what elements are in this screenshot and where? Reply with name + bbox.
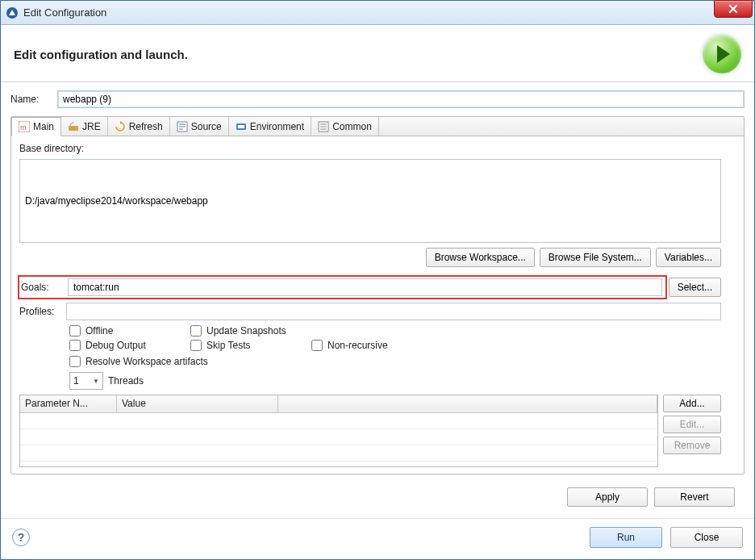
environment-icon: [236, 121, 247, 132]
base-directory-label: Base directory:: [19, 143, 721, 154]
threads-label: Threads: [108, 375, 144, 387]
profiles-label: Profiles:: [19, 306, 61, 317]
threads-spinner[interactable]: 1 ▼: [69, 372, 103, 390]
header-area: Edit configuration and launch.: [1, 25, 754, 82]
svg-rect-6: [238, 125, 244, 128]
tab-main[interactable]: m Main: [11, 117, 61, 136]
offline-checkbox[interactable]: Offline: [69, 325, 190, 336]
window-close-button[interactable]: [714, 0, 753, 18]
table-row[interactable]: [20, 429, 657, 445]
resolve-workspace-checkbox[interactable]: Resolve Workspace artifacts: [69, 356, 721, 367]
form-area: Name: m Main JRE Refresh: [1, 82, 754, 518]
title-bar: Edit Configuration: [1, 1, 754, 25]
goals-label: Goals:: [21, 282, 63, 293]
run-icon: [703, 35, 741, 73]
select-button[interactable]: Select...: [669, 278, 721, 297]
dialog-content: Edit configuration and launch. Name: m M…: [1, 25, 754, 559]
dialog-heading: Edit configuration and launch.: [14, 48, 188, 61]
parameter-buttons: Add... Edit... Remove: [663, 395, 721, 467]
tab-main-label: Main: [33, 121, 54, 132]
tab-refresh-label: Refresh: [129, 121, 163, 132]
threads-row: 1 ▼ Threads: [19, 372, 721, 390]
maven-icon: m: [19, 121, 30, 132]
table-row[interactable]: [20, 413, 657, 429]
profiles-input[interactable]: [66, 303, 721, 320]
non-recursive-checkbox[interactable]: Non-recursive: [311, 340, 440, 351]
browse-workspace-button[interactable]: Browse Workspace...: [426, 248, 535, 267]
tab-strip: m Main JRE Refresh Source: [11, 117, 744, 136]
help-icon[interactable]: ?: [12, 529, 30, 546]
tab-body-main: Base directory: Browse Workspace... Brow…: [11, 136, 744, 474]
tab-folder: m Main JRE Refresh Source: [10, 116, 745, 474]
name-label: Name:: [10, 94, 52, 105]
source-icon: [177, 121, 188, 132]
table-row[interactable]: [20, 445, 657, 462]
browse-filesystem-button[interactable]: Browse File System...: [540, 248, 651, 267]
tab-jre[interactable]: JRE: [61, 117, 108, 136]
parameters-table[interactable]: Parameter N... Value: [19, 395, 658, 467]
update-snapshots-checkbox[interactable]: Update Snapshots: [190, 325, 311, 336]
parameter-empty-header: [278, 395, 657, 412]
tab-common[interactable]: Common: [311, 117, 379, 136]
common-icon: [318, 121, 329, 132]
tab-environment[interactable]: Environment: [229, 117, 311, 136]
dialog-actions: Run Close: [590, 527, 743, 548]
window-title: Edit Configuration: [23, 6, 106, 19]
goals-input[interactable]: [68, 278, 662, 296]
tab-source-label: Source: [191, 121, 222, 132]
edit-button[interactable]: Edit...: [663, 416, 721, 433]
profiles-row: Profiles:: [19, 303, 721, 320]
name-input[interactable]: [57, 90, 745, 108]
base-directory-buttons: Browse Workspace... Browse File System..…: [19, 248, 721, 267]
tab-source[interactable]: Source: [170, 117, 229, 136]
refresh-icon: [115, 121, 126, 132]
variables-button[interactable]: Variables...: [656, 248, 721, 267]
tab-refresh[interactable]: Refresh: [108, 117, 170, 136]
jre-icon: [68, 121, 79, 132]
revert-button[interactable]: Revert: [654, 487, 735, 507]
threads-value: 1: [73, 375, 79, 387]
remove-button[interactable]: Remove: [663, 437, 721, 454]
add-button[interactable]: Add...: [663, 395, 721, 412]
svg-rect-3: [69, 126, 78, 131]
resolve-row: Resolve Workspace artifacts: [19, 356, 721, 367]
parameter-name-header[interactable]: Parameter N...: [20, 395, 117, 412]
app-icon: [6, 6, 19, 19]
name-row: Name:: [10, 90, 745, 108]
debug-output-checkbox[interactable]: Debug Output: [69, 340, 190, 351]
chevron-down-icon: ▼: [93, 378, 99, 385]
base-directory-input[interactable]: [19, 159, 721, 243]
apply-button[interactable]: Apply: [567, 487, 648, 507]
parameter-value-header[interactable]: Value: [117, 395, 278, 412]
skip-tests-checkbox[interactable]: Skip Tests: [190, 340, 311, 351]
parameters-area: Parameter N... Value: [19, 395, 721, 467]
apply-revert-row: Apply Revert: [10, 479, 745, 510]
help-row: ? Run Close: [1, 518, 754, 559]
goals-row: Goals: Select...: [19, 277, 721, 298]
run-button[interactable]: Run: [590, 527, 662, 548]
tab-environment-label: Environment: [250, 121, 304, 132]
checkbox-grid: Offline Update Snapshots Debug Output Sk…: [19, 325, 721, 351]
close-button[interactable]: Close: [670, 527, 743, 548]
tab-jre-label: JRE: [82, 121, 101, 132]
tab-common-label: Common: [332, 121, 372, 132]
dialog-window: Edit Configuration Edit configuration an…: [0, 0, 755, 560]
svg-text:m: m: [20, 123, 27, 132]
